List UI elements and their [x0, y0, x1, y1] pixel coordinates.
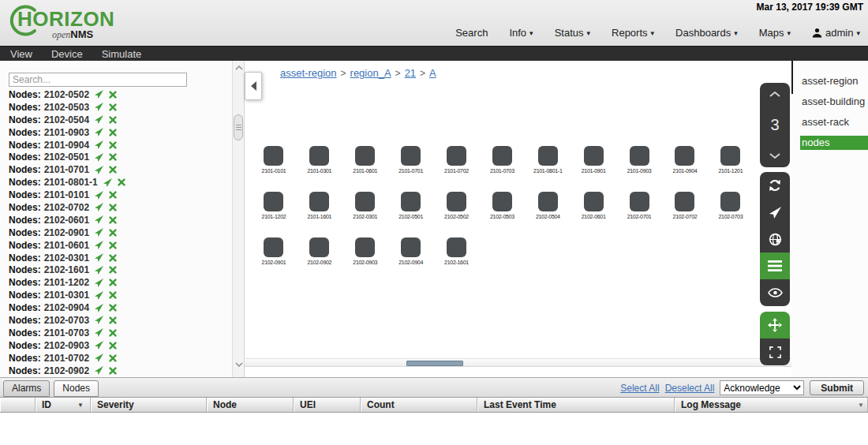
column-header-select[interactable] — [0, 398, 36, 412]
nav-item-search[interactable]: Search — [455, 27, 488, 39]
globe-button[interactable] — [760, 226, 790, 252]
map-node[interactable]: 2102-0601 — [571, 192, 616, 219]
node-list-item[interactable]: Nodes:2102-0901 — [0, 226, 230, 239]
map-node[interactable]: 2101-0903 — [616, 146, 662, 174]
map-node[interactable]: 2101-0301 — [297, 146, 342, 174]
remove-node-icon[interactable] — [109, 91, 117, 99]
nav-item-admin[interactable]: admin▾ — [812, 27, 860, 39]
map-node[interactable]: 2102-1601 — [434, 237, 480, 265]
locate-node-icon[interactable] — [95, 103, 103, 111]
column-header-count[interactable]: Count — [361, 398, 477, 412]
map-node[interactable]: 2101-1202 — [251, 192, 297, 219]
remove-node-icon[interactable] — [109, 266, 117, 274]
locate-node-icon[interactable] — [95, 203, 103, 211]
nav-item-status[interactable]: Status▾ — [555, 27, 590, 39]
remove-node-icon[interactable] — [109, 204, 117, 211]
tab-alarms[interactable]: Alarms — [3, 380, 50, 397]
locate-button[interactable] — [760, 199, 790, 226]
remove-node-icon[interactable] — [109, 141, 117, 149]
locate-node-icon[interactable] — [95, 304, 103, 312]
node-list-item[interactable]: Nodes:2101-0801-1 — [0, 176, 230, 189]
map-node[interactable]: 2101-0701 — [388, 146, 434, 174]
map-node[interactable]: 2102-0903 — [342, 237, 388, 265]
remove-node-icon[interactable] — [109, 116, 117, 124]
node-list-item[interactable]: Nodes:2102-0904 — [0, 301, 230, 314]
locate-node-icon[interactable] — [95, 90, 103, 99]
node-list-item[interactable]: Nodes:2101-0101 — [0, 189, 230, 201]
locate-node-icon[interactable] — [95, 353, 103, 362]
column-header-node[interactable]: Node — [207, 398, 294, 412]
remove-node-icon[interactable] — [109, 279, 117, 286]
map-node[interactable]: 2101-0601 — [342, 146, 388, 174]
map-node[interactable]: 2101-0901 — [571, 146, 616, 174]
deselect-all-link[interactable]: Deselect All — [665, 383, 715, 394]
refresh-button[interactable] — [760, 172, 790, 199]
map-node[interactable]: 2102-0301 — [342, 192, 388, 219]
remove-node-icon[interactable] — [109, 329, 117, 337]
locate-node-icon[interactable] — [95, 279, 103, 287]
remove-node-icon[interactable] — [109, 229, 117, 237]
node-list-item[interactable]: Nodes:2101-0903 — [0, 126, 230, 139]
layer-item-nodes[interactable]: nodes — [800, 136, 868, 150]
left-panel-scrollbar[interactable] — [232, 61, 244, 377]
locate-node-icon[interactable] — [95, 316, 103, 324]
tab-nodes[interactable]: Nodes — [54, 380, 99, 397]
header-filter-dropdown-icon[interactable]: ▼ — [855, 400, 866, 411]
map-node[interactable]: 2102-0702 — [662, 192, 708, 219]
sort-desc-icon[interactable]: ▼ — [77, 398, 84, 413]
map-node[interactable]: 2102-0502 — [434, 192, 480, 219]
locate-node-icon[interactable] — [95, 266, 103, 275]
node-list-item[interactable]: Nodes:2101-0701 — [0, 163, 230, 176]
map-node[interactable]: 2102-0501 — [388, 192, 434, 219]
locate-node-icon[interactable] — [95, 140, 103, 149]
remove-node-icon[interactable] — [109, 166, 117, 174]
remove-node-icon[interactable] — [109, 241, 117, 249]
locate-node-icon[interactable] — [95, 115, 103, 124]
node-list-item[interactable]: Nodes:2101-0702 — [0, 352, 230, 365]
node-list-item[interactable]: Nodes:2102-0504 — [0, 114, 230, 126]
locate-node-icon[interactable] — [95, 166, 103, 174]
layer-item-asset-region[interactable]: asset-region — [791, 71, 868, 92]
remove-node-icon[interactable] — [118, 178, 125, 186]
map-node[interactable]: 2102-0902 — [297, 237, 342, 265]
remove-node-icon[interactable] — [109, 153, 117, 161]
layer-item-asset-rack[interactable]: asset-rack — [791, 112, 868, 133]
locate-node-icon[interactable] — [95, 253, 103, 262]
column-header-uei[interactable]: UEI — [294, 398, 361, 412]
column-header-last-event-time[interactable]: Last Event Time — [477, 398, 675, 412]
nav-item-reports[interactable]: Reports▾ — [612, 27, 654, 39]
node-list-item[interactable]: Nodes:2102-0703 — [0, 314, 230, 327]
map-node[interactable]: 2101-1201 — [708, 146, 754, 174]
node-list-item[interactable]: Nodes:2101-1202 — [0, 276, 230, 289]
menu-item-device[interactable]: Device — [51, 48, 83, 60]
node-list-item[interactable]: Nodes:2101-0601 — [0, 239, 230, 252]
locate-node-icon[interactable] — [95, 191, 103, 200]
select-all-link[interactable]: Select All — [620, 383, 659, 394]
breadcrumb-link[interactable]: region_A — [350, 67, 391, 79]
node-list-item[interactable]: Nodes:2102-0902 — [0, 365, 230, 377]
remove-node-icon[interactable] — [109, 216, 117, 224]
node-list-item[interactable]: Nodes:2101-0703 — [0, 327, 230, 339]
remove-node-icon[interactable] — [109, 342, 117, 350]
menu-item-view[interactable]: View — [10, 48, 32, 60]
scroll-up-icon[interactable] — [234, 63, 243, 73]
node-list-item[interactable]: Nodes:2101-0301 — [0, 289, 230, 301]
remove-node-icon[interactable] — [109, 304, 117, 312]
node-list-item[interactable]: Nodes:2102-0702 — [0, 201, 230, 214]
map-node[interactable]: 2101-1601 — [297, 192, 342, 219]
map-node[interactable]: 2102-0701 — [616, 192, 662, 219]
search-input[interactable] — [9, 73, 187, 87]
locate-node-icon[interactable] — [95, 341, 103, 350]
submit-button[interactable]: Submit — [810, 380, 864, 395]
map-node[interactable]: 2102-0901 — [251, 237, 297, 265]
horizon-logo[interactable]: HORIZON openNMS — [6, 2, 109, 43]
locate-node-icon[interactable] — [95, 241, 103, 249]
map-node[interactable]: 2101-0702 — [434, 146, 480, 174]
remove-node-icon[interactable] — [109, 103, 117, 111]
menu-button[interactable] — [760, 252, 790, 279]
eye-button[interactable] — [760, 279, 790, 306]
node-list-item[interactable]: Nodes:2102-0503 — [0, 101, 230, 114]
map-node[interactable]: 2102-0904 — [388, 237, 434, 265]
scrollbar-thumb[interactable] — [234, 114, 243, 140]
map-horizontal-scrollbar[interactable] — [245, 358, 791, 367]
